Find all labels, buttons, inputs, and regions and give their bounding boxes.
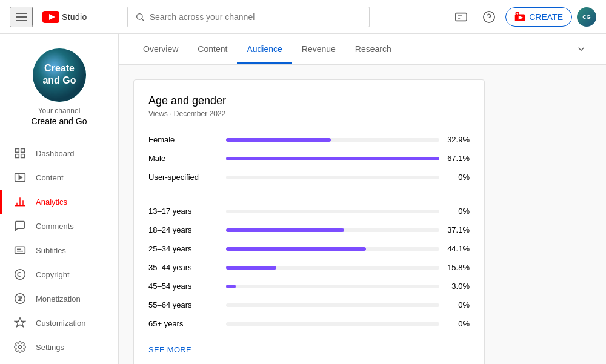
bar-label: 65+ years: [148, 319, 221, 328]
bar-label: 13–17 years: [148, 207, 221, 216]
tab-overview[interactable]: Overview: [133, 35, 188, 64]
bar-track: [226, 228, 439, 232]
bar-value: 3.0%: [444, 282, 470, 291]
bar-value: 15.8%: [444, 263, 470, 272]
bar-label: Male: [148, 154, 221, 163]
age-section: 13–17 years 0% 18–24 years 37.1% 25–34 y…: [148, 202, 470, 333]
menu-toggle-button[interactable]: [10, 7, 33, 27]
captions-icon: [454, 10, 468, 24]
svg-text:+: +: [516, 12, 519, 15]
tab-dropdown-button[interactable]: [571, 34, 591, 64]
bar-value: 67.1%: [444, 154, 470, 163]
bar-row: 13–17 years 0%: [148, 202, 470, 220]
bar-row: 65+ years 0%: [148, 314, 470, 333]
content-label: Content: [36, 173, 64, 182]
bar-value: 37.1%: [444, 225, 470, 234]
svg-line-3: [142, 19, 144, 21]
see-more-button[interactable]: SEE MORE: [148, 338, 191, 354]
bar-track: [226, 138, 439, 142]
search-bar[interactable]: [127, 7, 370, 27]
svg-rect-26: [15, 247, 25, 254]
sidebar: Create and Go Your channel Create and Go…: [0, 34, 119, 364]
nav-items: Dashboard Content: [0, 136, 118, 364]
captions-icon-button[interactable]: [450, 5, 473, 28]
bar-value: 44.1%: [444, 244, 470, 253]
create-plus-icon: +: [514, 12, 525, 22]
bar-row: 25–34 years 44.1%: [148, 239, 470, 258]
help-icon-button[interactable]: [478, 5, 501, 28]
sidebar-item-comments[interactable]: Comments: [0, 214, 118, 238]
svg-rect-4: [456, 13, 467, 21]
bar-label: 35–44 years: [148, 263, 221, 272]
channel-avatar-inner: Create and Go: [33, 48, 86, 102]
svg-marker-21: [19, 176, 22, 180]
analytics-icon: [14, 196, 26, 208]
content-area: Overview Content Audience Revenue Resear…: [119, 34, 606, 364]
settings-icon: [14, 341, 26, 353]
copyright-label: Copyright: [36, 270, 70, 279]
svg-point-7: [484, 11, 494, 22]
search-input[interactable]: [150, 12, 362, 22]
channel-info: Create and Go Your channel Create and Go: [0, 44, 118, 136]
settings-label: Settings: [36, 343, 64, 352]
sidebar-item-dashboard[interactable]: Dashboard: [0, 141, 118, 165]
bar-row: Male 67.1%: [148, 149, 470, 168]
sidebar-item-monetization[interactable]: Monetization: [0, 286, 118, 311]
customization-icon: [14, 317, 26, 329]
create-button[interactable]: + CREATE: [505, 7, 572, 27]
top-header: Studio + CREATE C: [0, 0, 606, 34]
header-left: Studio: [10, 7, 87, 27]
svg-point-29: [15, 270, 25, 280]
tab-audience[interactable]: Audience: [237, 35, 291, 64]
channel-name: Create and Go: [10, 116, 108, 126]
section-divider: [148, 194, 470, 194]
main-layout: Create and Go Your channel Create and Go…: [0, 34, 606, 364]
svg-point-2: [136, 13, 142, 19]
bar-track: [226, 176, 439, 179]
analytics-content: Age and gender Views · December 2022 Fem…: [119, 65, 606, 364]
channel-avatar[interactable]: Create and Go: [33, 48, 86, 102]
channel-label: Your channel: [10, 107, 108, 115]
bar-fill: [226, 138, 331, 142]
help-icon: [482, 10, 496, 24]
bar-label: 55–64 years: [148, 300, 221, 309]
search-icon: [135, 12, 145, 22]
bar-label: User-specified: [148, 173, 221, 182]
bar-value: 32.9%: [444, 135, 470, 144]
sidebar-item-subtitles[interactable]: Subtitles: [0, 238, 118, 262]
user-avatar[interactable]: CG: [577, 7, 596, 27]
sidebar-item-content[interactable]: Content: [0, 165, 118, 190]
sidebar-item-analytics[interactable]: Analytics: [0, 190, 118, 214]
bar-track: [226, 285, 439, 288]
bar-track: [226, 247, 439, 251]
tab-research[interactable]: Research: [345, 35, 401, 64]
channel-avatar-art: Create and Go: [33, 48, 86, 102]
svg-point-32: [19, 346, 22, 349]
youtube-icon: [42, 11, 59, 23]
svg-rect-18: [16, 154, 19, 158]
bar-fill: [226, 157, 439, 160]
bar-row: 35–44 years 15.8%: [148, 258, 470, 277]
sidebar-item-customization[interactable]: Customization: [0, 311, 118, 335]
subtitles-icon: [14, 244, 26, 256]
bar-label: 45–54 years: [148, 282, 221, 291]
bar-value: 0%: [444, 300, 470, 309]
bar-track: [226, 157, 439, 160]
copyright-icon: [14, 268, 26, 280]
subtitles-label: Subtitles: [36, 246, 66, 255]
sidebar-item-settings[interactable]: Settings: [0, 335, 118, 359]
tab-content[interactable]: Content: [188, 35, 237, 64]
svg-text:Create: Create: [44, 63, 75, 73]
bar-label: Female: [148, 135, 221, 144]
dashboard-icon: [14, 147, 26, 159]
card-title: Age and gender: [148, 94, 470, 107]
bar-value: 0%: [444, 207, 470, 216]
bar-fill: [226, 266, 276, 270]
sidebar-item-copyright[interactable]: Copyright: [0, 262, 118, 286]
bar-row: 55–64 years 0%: [148, 296, 470, 314]
customization-label: Customization: [36, 319, 85, 328]
monetization-icon: [14, 293, 26, 305]
bar-row: 18–24 years 37.1%: [148, 220, 470, 239]
card-subtitle: Views · December 2022: [148, 110, 470, 118]
tab-revenue[interactable]: Revenue: [292, 35, 345, 64]
